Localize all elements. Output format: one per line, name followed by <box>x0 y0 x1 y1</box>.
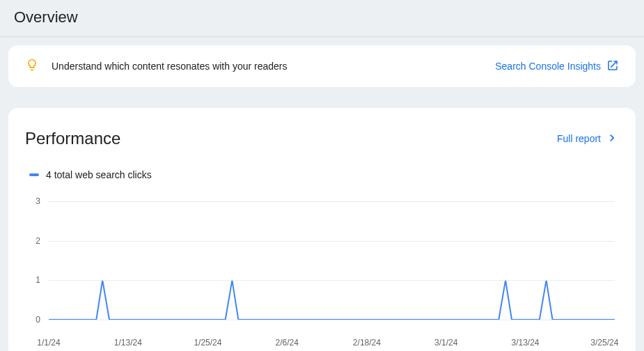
y-axis: 0123 <box>25 194 45 334</box>
full-report-link[interactable]: Full report <box>557 131 619 147</box>
grid-line <box>49 201 615 202</box>
y-tick-label: 1 <box>36 275 40 285</box>
insights-link[interactable]: Search Console Insights <box>495 59 619 74</box>
performance-card: Performance Full report 4 total web sear… <box>8 108 636 351</box>
plot-area <box>49 194 615 334</box>
x-tick-label: 2/18/24 <box>353 338 381 348</box>
grid-line <box>49 320 615 320</box>
x-tick-label: 1/1/24 <box>37 338 60 348</box>
chart-legend: 4 total web search clicks <box>29 169 619 180</box>
grid-line <box>49 241 615 242</box>
x-tick-label: 1/13/24 <box>114 338 142 348</box>
y-tick-label: 0 <box>36 315 40 325</box>
x-axis: 1/1/241/13/241/25/242/6/242/18/243/1/243… <box>49 338 615 351</box>
legend-label: 4 total web search clicks <box>46 169 152 180</box>
insights-text: Understand which content resonates with … <box>52 61 288 72</box>
full-report-label: Full report <box>557 133 601 144</box>
x-tick-label: 3/13/24 <box>512 338 540 348</box>
external-link-icon <box>606 59 619 74</box>
performance-title: Performance <box>25 129 120 148</box>
grid-line <box>49 280 615 281</box>
insights-card: Understand which content resonates with … <box>8 45 636 87</box>
x-tick-label: 3/1/24 <box>434 338 457 348</box>
x-tick-label: 1/25/24 <box>194 338 221 348</box>
y-tick-label: 2 <box>36 236 40 246</box>
insights-link-label: Search Console Insights <box>495 61 601 72</box>
y-tick-label: 3 <box>36 196 40 206</box>
legend-swatch <box>29 173 39 176</box>
chart: 0123 <box>25 194 619 334</box>
chevron-right-icon <box>605 131 619 147</box>
page-title: Overview <box>0 0 644 37</box>
x-tick-label: 2/6/24 <box>276 338 299 348</box>
chart-line <box>49 280 615 320</box>
insights-left: Understand which content resonates with … <box>25 58 288 75</box>
lightbulb-icon <box>25 58 39 75</box>
performance-header: Performance Full report <box>25 129 619 148</box>
content-area: Understand which content resonates with … <box>0 37 644 351</box>
x-tick-label: 3/25/24 <box>590 338 618 348</box>
